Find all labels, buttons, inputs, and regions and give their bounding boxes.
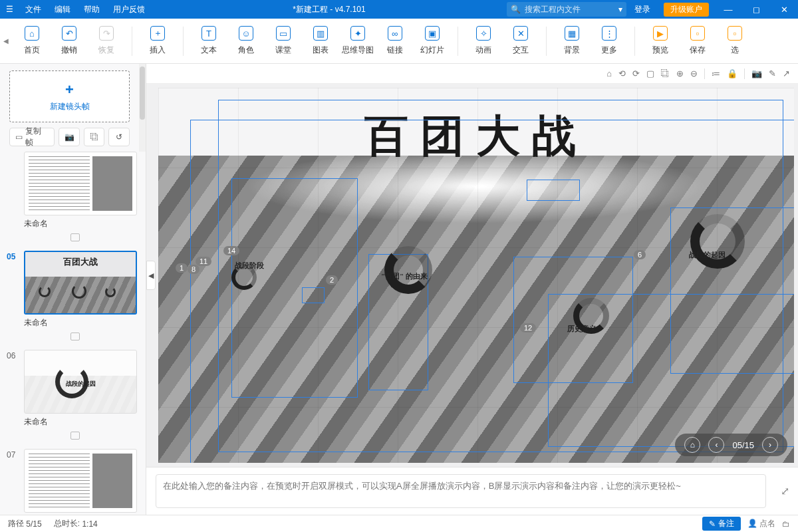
slide-thumbnail[interactable]: 05百团大战未命名 <box>7 251 143 346</box>
ribbon-链接[interactable]: ∞链接 <box>376 21 414 61</box>
预览-icon: ▶ <box>653 26 668 41</box>
menu-帮助[interactable]: 帮助 <box>77 0 106 19</box>
sequence-badge[interactable]: 6 <box>634 250 646 259</box>
maximize-button[interactable]: ◻ <box>742 5 770 15</box>
sequence-badge[interactable]: 11 <box>196 257 211 266</box>
chevron-down-icon[interactable]: ▾ <box>618 5 622 14</box>
pager-prev-button[interactable]: ‹ <box>708 437 724 453</box>
search-box[interactable]: 🔍 ▾ <box>507 2 626 17</box>
canvas-tool-icon[interactable]: ⌂ <box>606 68 612 78</box>
canvas-node[interactable]: "百团" 的由来 <box>381 271 428 281</box>
slide-thumbnail[interactable]: 07 <box>7 449 143 515</box>
课堂-icon: ▭ <box>276 26 291 41</box>
sequence-badge[interactable]: 12 <box>520 323 536 332</box>
canvas-tool-icon[interactable]: ⟳ <box>632 68 640 78</box>
ribbon-更多[interactable]: ⋮更多 <box>591 21 628 61</box>
canvas-node[interactable]: 战段的起因 <box>689 250 726 260</box>
pager-home-button[interactable]: ⌂ <box>684 437 700 453</box>
collapse-sidebar-button[interactable]: ◀ <box>146 261 156 290</box>
main-menu: 文件编辑帮助用户反馈 <box>19 0 152 19</box>
duration-value: 1:14 <box>82 519 97 529</box>
status-folder-icon[interactable]: 🗀 <box>782 519 790 529</box>
slide-thumbnail[interactable]: 06战段的起因未命名 <box>7 350 143 445</box>
camera-button[interactable]: 📷 <box>59 128 80 146</box>
path-value: 5/15 <box>26 519 41 529</box>
角色-icon: ☺ <box>239 26 253 41</box>
思维导图-icon: ✦ <box>350 26 365 41</box>
恢复-icon: ↷ <box>99 26 114 41</box>
stage-pager: ⌂ ‹ 05/15 › <box>675 434 787 456</box>
canvas-node[interactable]: 历史意义 <box>567 324 597 334</box>
ribbon-撤销[interactable]: ↶撤销 <box>51 21 88 61</box>
ribbon-背景[interactable]: ▦背景 <box>553 21 591 61</box>
sequence-badge[interactable]: 2 <box>326 275 338 285</box>
canvas-tool-icon[interactable]: ⊕ <box>676 68 684 78</box>
new-frame-button[interactable]: + 新建镜头帧 <box>9 70 130 122</box>
ribbon-插入[interactable]: ＋插入 <box>139 21 176 61</box>
pager-next-button[interactable]: › <box>762 437 778 453</box>
ribbon-首页[interactable]: ⌂首页 <box>13 21 51 61</box>
notes-input[interactable] <box>156 474 766 508</box>
copy-frame-button[interactable]: ▭ 复制帧 <box>9 128 55 146</box>
search-input[interactable] <box>525 5 614 14</box>
动画-icon: ✧ <box>476 26 491 41</box>
slide-thumbnail[interactable]: 未命名 <box>7 152 143 247</box>
sync-button[interactable]: ↺ <box>108 128 130 146</box>
duration-label: 总时长: <box>54 518 80 529</box>
qr-button[interactable]: ⿻ <box>84 128 105 146</box>
撤销-icon: ↶ <box>62 26 76 41</box>
menu-编辑[interactable]: 编辑 <box>48 0 77 19</box>
sequence-badge[interactable]: 14 <box>223 246 239 255</box>
ribbon-选[interactable]: ▫选 <box>716 21 753 61</box>
titlebar: ☰ 文件编辑帮助用户反馈 *新建工程 - v4.7.101 🔍 ▾ 登录 升级账… <box>0 0 798 19</box>
login-link[interactable]: 登录 <box>626 4 658 15</box>
canvas-tool-icon[interactable]: 📷 <box>751 68 762 78</box>
图表-icon: ▥ <box>313 26 328 41</box>
链接-icon: ∞ <box>388 26 402 41</box>
plus-icon: + <box>65 81 74 98</box>
背景-icon: ▦ <box>565 26 579 41</box>
canvas-tool-icon[interactable]: ⿻ <box>661 68 670 78</box>
sequence-badge[interactable]: 8 <box>188 265 200 274</box>
new-frame-label: 新建镜头帧 <box>50 101 90 112</box>
ribbon-思维导图[interactable]: ✦思维导图 <box>339 21 376 61</box>
upgrade-button[interactable]: 升级账户 <box>664 3 709 17</box>
close-button[interactable]: ✕ <box>770 5 798 15</box>
canvas-tool-icon[interactable]: ✎ <box>769 68 776 78</box>
ribbon-文本[interactable]: T文本 <box>190 21 227 61</box>
幻灯片-icon: ▣ <box>425 26 440 41</box>
ribbon-恢复[interactable]: ↷恢复 <box>88 21 125 61</box>
window-title: *新建工程 - v4.7.101 <box>152 4 507 15</box>
ribbon-图表[interactable]: ▥图表 <box>302 21 339 61</box>
search-icon: 🔍 <box>511 5 521 14</box>
ribbon-课堂[interactable]: ▭课堂 <box>265 21 302 61</box>
sequence-badge[interactable]: 1 <box>176 263 188 273</box>
ribbon-动画[interactable]: ✧动画 <box>465 21 502 61</box>
editor-canvas[interactable]: ◀ 百团大战 <box>146 84 798 467</box>
ribbon-交互[interactable]: ✕交互 <box>502 21 539 61</box>
canvas-node[interactable]: 战段阶段 <box>235 261 264 271</box>
ribbon-角色[interactable]: ☺角色 <box>227 21 265 61</box>
canvas-tool-icon[interactable]: ⊖ <box>690 68 698 78</box>
canvas-tool-icon[interactable]: ↗ <box>783 68 790 78</box>
notes-tab[interactable]: ✎ 备注 <box>702 517 741 531</box>
canvas-toolbar: ⌂⟲⟳▢⿻⊕⊖≔🔒📷✎↗ <box>146 64 798 84</box>
ribbon-scroll-left[interactable]: ◀ <box>3 37 9 45</box>
插入-icon: ＋ <box>150 26 165 41</box>
canvas-tool-icon[interactable]: 🔒 <box>727 68 737 78</box>
交互-icon: ✕ <box>513 26 528 41</box>
ribbon-预览[interactable]: ▶预览 <box>642 21 679 61</box>
minimize-button[interactable]: — <box>714 5 742 15</box>
menu-用户反馈[interactable]: 用户反馈 <box>106 0 152 19</box>
canvas-tool-icon[interactable]: ⟲ <box>618 68 626 78</box>
canvas-tool-icon[interactable]: ▢ <box>646 68 654 78</box>
ribbon-幻灯片[interactable]: ▣幻灯片 <box>414 21 451 61</box>
更多-icon: ⋮ <box>602 26 616 41</box>
notes-expand-button[interactable]: ⤢ <box>771 467 798 515</box>
首页-icon: ⌂ <box>25 26 39 41</box>
menu-文件[interactable]: 文件 <box>19 0 48 19</box>
canvas-tool-icon[interactable]: ≔ <box>712 68 720 78</box>
sidebar-scrollbar[interactable] <box>139 64 146 152</box>
roll-call-button[interactable]: 👤 点名 <box>747 518 775 529</box>
ribbon-保存[interactable]: ▫保存 <box>679 21 716 61</box>
